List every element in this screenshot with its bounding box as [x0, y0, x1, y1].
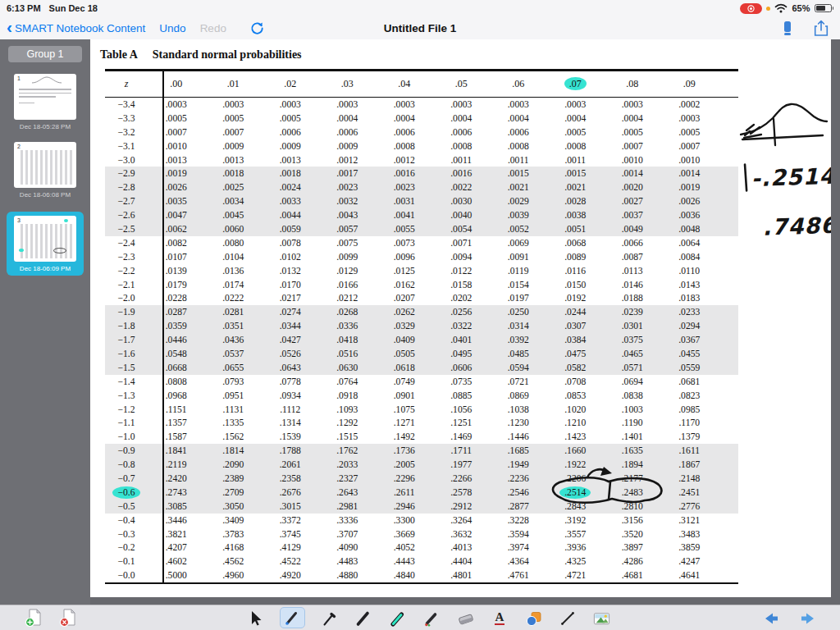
table-cell: .0526: [262, 349, 319, 359]
table-cell: .3192: [547, 515, 605, 526]
table-cell: .4052: [376, 542, 433, 553]
table-cell: .0359: [148, 321, 205, 331]
table-row: −0.7.2420.2389.2358.2327.2296.2266.2236.…: [105, 472, 738, 486]
table-cell: .0375: [604, 335, 661, 345]
table-cell: .1949: [490, 459, 547, 470]
table-cell: .2546: [490, 487, 547, 498]
z-label: −3.4: [105, 99, 148, 110]
table-cell: .0113: [604, 266, 661, 276]
z-label: −2.8: [105, 182, 148, 193]
table-cell: .3015: [262, 501, 319, 512]
pencil-tool[interactable]: [354, 609, 373, 628]
group-tab[interactable]: Group 1: [8, 46, 82, 62]
table-cell: .0008: [376, 141, 433, 152]
table-cell: .0091: [490, 252, 547, 262]
table-cell: .0367: [661, 335, 719, 345]
table-cell: .0025: [205, 182, 262, 193]
table-row: −2.7.0035.0034.0033.0032.0031.0030.0029.…: [105, 194, 738, 208]
previous-page-button[interactable]: [761, 609, 780, 628]
column-header: .04: [376, 78, 433, 90]
battery-icon: [815, 4, 834, 12]
table-cell: .0207: [376, 293, 433, 304]
media-tool[interactable]: [592, 609, 611, 628]
document-title: Untitled File 1: [0, 22, 840, 34]
table-cell: .0256: [433, 307, 491, 317]
table-cell: .0630: [319, 363, 377, 373]
share-icon[interactable]: [814, 20, 829, 37]
table-cell: .0537: [205, 349, 262, 359]
table-cell: .1251: [433, 418, 491, 428]
shapes-tool[interactable]: [524, 609, 543, 628]
table-cell: .2676: [262, 487, 319, 498]
table-cell: .0006: [376, 127, 433, 138]
screen-recording-indicator[interactable]: [740, 3, 762, 14]
table-cell: .0694: [604, 377, 661, 387]
notebook-page-canvas[interactable]: Table AStandard normal probabilities z.0…: [90, 39, 831, 597]
table-cell: .3557: [547, 529, 605, 540]
table-cell: .0143: [661, 280, 719, 290]
table-row: −0.1.4602.4562.4522.4483.4443.4404.4364.…: [105, 555, 738, 568]
table-cell: .1357: [148, 418, 205, 428]
table-cell: .0037: [604, 210, 661, 221]
table-cell: .0104: [205, 252, 262, 262]
table-cell: .1539: [262, 431, 319, 442]
text-tool[interactable]: A: [491, 609, 509, 628]
table-cell: .0021: [547, 182, 605, 193]
table-cell: .4761: [490, 570, 547, 581]
table-cell: .3974: [490, 542, 547, 553]
table-cell: .0003: [205, 99, 262, 110]
crayon-tool[interactable]: [422, 609, 441, 628]
calligraphy-pen-tool[interactable]: [320, 609, 339, 628]
table-cell: .1170: [661, 418, 719, 428]
next-page-button[interactable]: [798, 609, 817, 628]
table-cell: .2420: [148, 473, 205, 484]
table-cell: .0344: [262, 321, 319, 331]
stylus-icon[interactable]: [783, 21, 792, 36]
column-header: .05: [433, 78, 491, 90]
page-thumbnail-3-selected[interactable]: 3 Dec 18-06:09 PM: [7, 212, 84, 276]
table-cell: .4880: [319, 570, 377, 581]
add-page-button[interactable]: [25, 608, 43, 628]
table-cell: .4129: [262, 542, 319, 553]
table-cell: .3409: [205, 515, 262, 526]
line-tool[interactable]: [559, 609, 578, 628]
table-cell: .0006: [433, 127, 491, 138]
table-cell: .0179: [148, 280, 205, 290]
select-tool[interactable]: [245, 609, 264, 628]
table-cell: .0004: [319, 113, 377, 124]
table-cell: .0233: [661, 307, 719, 317]
z-label: −2.1: [105, 280, 148, 290]
z-label: −0.7: [105, 473, 148, 484]
table-cell: .0107: [148, 252, 205, 262]
page-caption: Dec 18-06:09 PM: [7, 265, 84, 272]
eraser-tool[interactable]: [456, 609, 475, 628]
table-cell: .3859: [661, 542, 719, 553]
table-cell: .0023: [319, 182, 377, 193]
table-cell: .1841: [148, 445, 205, 456]
pen-tool-selected[interactable]: [280, 607, 305, 628]
table-cell: .1210: [547, 418, 605, 428]
delete-page-button[interactable]: [59, 608, 78, 628]
table-cell: .4364: [490, 556, 547, 567]
table-cell: .2148: [661, 473, 719, 484]
table-cell: .0054: [433, 224, 491, 235]
table-cell: .0212: [319, 293, 377, 304]
table-cell: .0035: [148, 196, 205, 207]
table-cell: .0011: [433, 155, 491, 166]
table-row: −0.0.5000.4960.4920.4880.4840.4801.4761.…: [105, 568, 738, 582]
page-thumbnail-1[interactable]: 1 Dec 18-05:28 PM: [10, 74, 80, 130]
table-cell: .0082: [148, 238, 205, 249]
table-cell: .0051: [547, 224, 605, 235]
highlighter-tool[interactable]: [388, 609, 407, 628]
page-thumbnail-2[interactable]: 2 Dec 18-06:08 PM: [10, 142, 80, 199]
table-title-label: Table A: [100, 48, 138, 61]
table-cell: .0036: [661, 210, 719, 221]
table-cell: .0594: [490, 363, 547, 373]
z-label: −2.2: [105, 266, 148, 276]
table-cell: .0062: [148, 224, 205, 235]
table-cell: .0329: [376, 321, 433, 331]
table-cell: .0516: [319, 349, 377, 359]
table-cell: .0495: [433, 349, 491, 359]
table-row: −2.8.0026.0025.0024.0023.0023.0022.0021.…: [105, 180, 738, 194]
z-table: z.00.01.02.03.04.05.06.07.08.09 −3.4.000…: [105, 69, 738, 584]
